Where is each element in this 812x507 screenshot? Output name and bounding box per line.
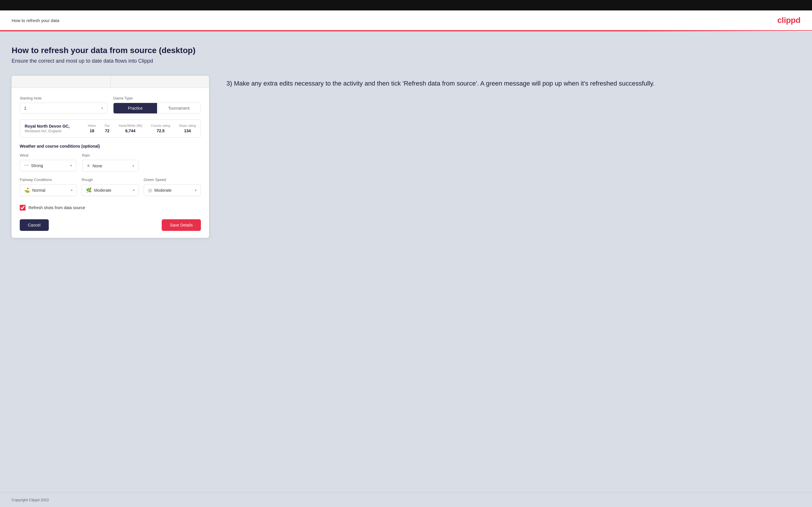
- save-button[interactable]: Save Details: [162, 219, 201, 231]
- page-subheading: Ensure the correct and most up to date d…: [12, 58, 800, 64]
- rough-value: Moderate: [94, 188, 111, 192]
- course-stat-yards: Yards/White (M)) 6,744: [118, 124, 142, 133]
- conditions-heading: Weather and course conditions (optional): [20, 144, 201, 149]
- logo: clippd: [777, 16, 800, 25]
- yards-label: Yards/White (M)): [118, 124, 142, 127]
- rough-arrow: ▾: [133, 188, 135, 192]
- green-speed-label: Green Speed: [144, 177, 201, 182]
- starting-hole-select[interactable]: 1 ▾: [20, 103, 107, 114]
- rough-select-inner: 🌿 Moderate: [86, 187, 111, 193]
- rain-select[interactable]: ✳ None ▾: [82, 160, 139, 172]
- slope-rating-label: Slope rating: [179, 124, 196, 127]
- starting-hole-arrow: ▾: [101, 106, 103, 110]
- green-speed-icon: ◎: [148, 187, 152, 193]
- footer: Copyright Clippd 2022: [0, 492, 812, 507]
- top-form-row: Starting Hole 1 ▾ Game Type Practice Tou…: [20, 96, 201, 114]
- wind-label: Wind: [20, 153, 77, 158]
- refresh-checkbox-label: Refresh shots from data source: [29, 205, 85, 210]
- par-label: Par: [105, 124, 110, 127]
- footer-copyright: Copyright Clippd 2022: [12, 498, 49, 502]
- fairway-select[interactable]: ⛳ Normal ▾: [20, 184, 77, 196]
- rain-group: Rain ✳ None ▾: [82, 153, 139, 172]
- wind-value: Strong: [31, 163, 43, 168]
- par-value: 72: [105, 128, 110, 133]
- course-stat-par: Par 72: [105, 124, 110, 133]
- starting-hole-group: Starting Hole 1 ▾: [20, 96, 107, 114]
- fairway-select-inner: ⛳ Normal: [24, 187, 45, 193]
- action-buttons: Cancel Save Details: [20, 219, 201, 231]
- wind-group: Wind 〰 Strong ▾: [20, 153, 77, 172]
- course-name: Royal North Devon GC,: [25, 124, 83, 128]
- fairway-label: Fairway Conditions: [20, 177, 77, 182]
- green-speed-value: Moderate: [154, 188, 171, 192]
- header-title: How to refresh your data: [12, 18, 59, 23]
- slope-rating-value: 134: [184, 128, 191, 133]
- rain-label: Rain: [82, 153, 139, 158]
- form-panel: Starting Hole 1 ▾ Game Type Practice Tou…: [12, 76, 209, 238]
- rough-label: Rough: [82, 177, 139, 182]
- green-speed-select[interactable]: ◎ Moderate ▾: [144, 184, 201, 196]
- wind-select[interactable]: 〰 Strong ▾: [20, 160, 77, 171]
- wind-select-inner: 〰 Strong: [24, 163, 43, 168]
- holes-value: 18: [90, 128, 94, 133]
- green-speed-select-inner: ◎ Moderate: [148, 187, 171, 193]
- rough-group: Rough 🌿 Moderate ▾: [82, 177, 139, 196]
- course-stat-course-rating: Course rating 72.5: [151, 124, 170, 133]
- course-location: Westward Ho!, England: [25, 129, 83, 133]
- conditions-grid: Fairway Conditions ⛳ Normal ▾ Rough: [20, 177, 201, 196]
- top-bar: [0, 0, 812, 10]
- game-type-group: Game Type Practice Tournament: [113, 96, 201, 114]
- rain-select-inner: ✳ None: [87, 163, 102, 169]
- rain-icon: ✳: [87, 163, 90, 169]
- starting-hole-label: Starting Hole: [20, 96, 107, 100]
- rain-value: None: [93, 164, 102, 168]
- fairway-group: Fairway Conditions ⛳ Normal ▾: [20, 177, 77, 196]
- course-stat-slope-rating: Slope rating 134: [179, 124, 196, 133]
- header: How to refresh your data clippd: [0, 10, 812, 31]
- game-type-toggle: Practice Tournament: [113, 103, 201, 114]
- wind-rain-row: Wind 〰 Strong ▾ Rain: [20, 153, 201, 172]
- practice-toggle-btn[interactable]: Practice: [113, 103, 157, 113]
- refresh-checkbox[interactable]: [20, 205, 26, 211]
- green-speed-group: Green Speed ◎ Moderate ▾: [144, 177, 201, 196]
- refresh-checkbox-row: Refresh shots from data source: [20, 203, 201, 213]
- wind-icon: 〰: [24, 163, 29, 168]
- fairway-icon: ⛳: [24, 187, 30, 193]
- empty-col: [144, 153, 201, 172]
- rough-icon: 🌿: [86, 187, 92, 193]
- starting-hole-value: 1: [24, 106, 27, 111]
- holes-label: Holes: [88, 124, 96, 127]
- main-content: How to refresh your data from source (de…: [0, 31, 812, 492]
- course-rating-value: 72.5: [157, 128, 165, 133]
- cancel-button[interactable]: Cancel: [20, 219, 49, 231]
- panel-tab-1: [12, 76, 111, 88]
- form-body: Starting Hole 1 ▾ Game Type Practice Tou…: [12, 88, 209, 238]
- yards-value: 6,744: [125, 128, 136, 133]
- fairway-arrow: ▾: [71, 188, 72, 192]
- description-text: 3) Make any extra edits necessary to the…: [226, 78, 800, 89]
- game-type-label: Game Type: [113, 96, 201, 100]
- wind-arrow: ▾: [70, 164, 72, 168]
- course-stats: Holes 18 Par 72 Yards/White (M)) 6,744: [88, 124, 196, 133]
- course-info: Royal North Devon GC, Westward Ho!, Engl…: [20, 119, 201, 137]
- course-stat-holes: Holes 18: [88, 124, 96, 133]
- fairway-value: Normal: [32, 188, 45, 192]
- green-speed-arrow: ▾: [195, 188, 197, 192]
- description-panel: 3) Make any extra edits necessary to the…: [226, 76, 800, 89]
- tournament-toggle-btn[interactable]: Tournament: [157, 103, 201, 113]
- content-split: Starting Hole 1 ▾ Game Type Practice Tou…: [12, 76, 800, 238]
- page-heading: How to refresh your data from source (de…: [12, 46, 800, 55]
- rough-select[interactable]: 🌿 Moderate ▾: [82, 184, 139, 196]
- panel-top-tabs: [12, 76, 209, 88]
- panel-tab-2: [111, 76, 209, 88]
- rain-arrow: ▾: [133, 164, 134, 168]
- course-rating-label: Course rating: [151, 124, 170, 127]
- course-name-block: Royal North Devon GC, Westward Ho!, Engl…: [25, 124, 83, 133]
